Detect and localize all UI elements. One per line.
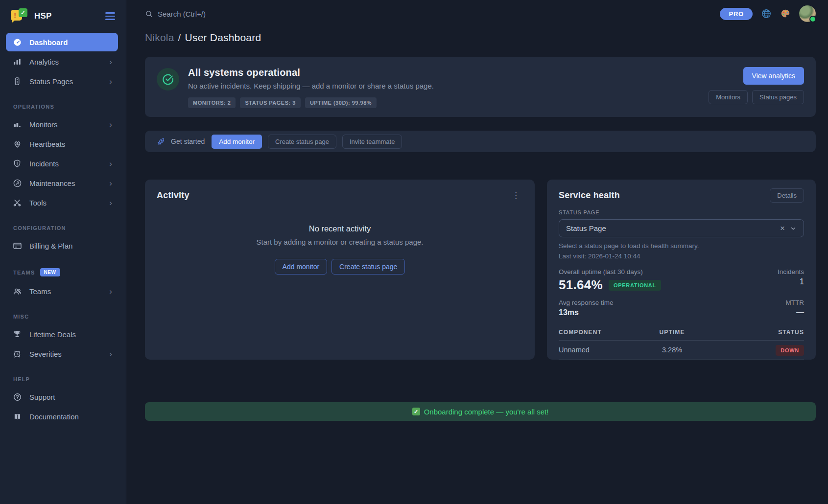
add-monitor-button[interactable]: Add monitor [275,259,327,275]
brand-name: HSP [34,11,52,21]
kebab-menu-icon[interactable] [509,189,523,202]
component-uptime: 3.28% [644,341,700,360]
sidebar-item-tools[interactable]: Tools [6,193,118,212]
get-started-label: Get started [171,137,205,145]
sidebar-item-label: Dashboard [29,38,68,46]
mttr-value: — [786,308,804,317]
sidebar: ! ✓ HSP Dashboard Analytics Status Pages… [0,0,126,504]
sidebar-item-label: Teams [29,287,51,296]
uptime-value: 51.64% [559,277,603,293]
sidebar-item-label: Status Pages [29,77,73,86]
trophy-icon [12,329,22,339]
sidebar-section-teams: TEAMS NEW [0,256,126,281]
select-helper-text: Select a status page to load its health … [559,242,804,250]
get-started-bar: Get started Add monitor Create status pa… [145,131,816,152]
invite-teammate-button[interactable]: Invite teammate [342,135,402,149]
sidebar-item-incidents[interactable]: Incidents [6,154,118,173]
sidebar-item-documentation[interactable]: Documentation [6,407,118,426]
status-page-select-label: STATUS PAGE [559,209,804,215]
bar-chart-icon [12,57,22,67]
empty-state-title: No recent activity [309,224,371,233]
people-icon [12,286,22,296]
details-button[interactable]: Details [770,188,804,203]
chevron-right-icon [109,179,112,187]
sidebar-section-configuration: CONFIGURATION [0,213,126,235]
service-health-title: Service health [559,190,620,201]
sidebar-item-lifetime-deals[interactable]: Lifetime Deals [6,325,118,344]
chevron-right-icon [109,199,112,207]
tools-icon [12,198,22,207]
sidebar-item-label: Support [29,393,55,401]
components-table: COMPONENT UPTIME STATUS Unnamed 3.28% DO… [559,324,804,360]
globe-icon[interactable] [761,8,772,19]
chevron-right-icon [109,160,112,168]
theme-palette-icon[interactable] [780,8,791,19]
last-visit-text: Last visit: 2026-01-24 10:44 [559,252,804,260]
sidebar-section-operations: OPERATIONS [0,92,126,114]
sidebar-item-label: Incidents [29,160,59,168]
column-header-uptime: UPTIME [644,324,700,341]
clear-selection-icon[interactable] [780,224,785,232]
check-circle-icon [157,68,179,91]
table-row: Unnamed 100.00% OPERATIONAL [559,360,804,360]
sidebar-section-misc: MISC [0,301,126,324]
activity-card: Activity No recent activity Start by add… [145,180,535,360]
sidebar-item-maintenances[interactable]: Maintenances [6,174,118,192]
topbar: Search (Ctrl+/) PRO [145,0,816,27]
component-name: Unnamed [559,360,644,360]
add-monitor-button[interactable]: Add monitor [212,135,262,149]
status-pages-button[interactable]: Status pages [752,90,804,104]
pro-plan-badge[interactable]: PRO [720,8,753,20]
incidents-label: Incidents [778,268,804,275]
alarm-clock-icon [12,349,22,359]
hamburger-menu-icon[interactable] [105,12,115,20]
sidebar-item-teams[interactable]: Teams [6,282,118,300]
breadcrumb: Nikola/User Dashboard [145,32,816,44]
sidebar-item-support[interactable]: Support [6,388,118,406]
sidebar-item-monitors[interactable]: Monitors [6,115,118,134]
avg-response-label: Avg response time [559,299,614,306]
activity-empty-state: No recent activity Start by adding a mon… [145,202,535,360]
mttr-label: MTTR [786,299,804,306]
uptime-label: Overall uptime (last 30 days) [559,268,661,275]
view-analytics-button[interactable]: View analytics [743,67,804,85]
hero-title: All systems operational [188,67,434,78]
heartbeat-icon [12,139,22,149]
traffic-light-icon [12,76,22,86]
sidebar-item-label: Tools [29,199,47,207]
sidebar-item-label: Maintenances [29,179,75,187]
monitors-button[interactable]: Monitors [709,90,748,104]
sidebar-item-severities[interactable]: Severities [6,344,118,363]
sidebar-item-label: Severities [29,350,62,358]
status-page-select[interactable]: Status Page [559,219,804,237]
sidebar-section-help: HELP [0,364,126,387]
component-uptime: 100.00% [644,360,700,360]
chevron-right-icon [109,77,112,86]
user-avatar[interactable] [799,5,816,22]
chevron-right-icon [109,350,112,358]
search-placeholder: Search (Ctrl+/) [158,10,206,18]
main-content: Search (Ctrl+/) PRO Nikola/User Dashboar… [126,0,828,504]
create-status-page-button[interactable]: Create status page [331,259,405,275]
chevron-right-icon [109,120,112,129]
shield-alert-icon [12,159,22,168]
sidebar-item-billing-plan[interactable]: Billing & Plan [6,236,118,255]
sidebar-item-heartbeats[interactable]: Heartbeats [6,135,118,153]
sidebar-item-status-pages[interactable]: Status Pages [6,72,118,91]
search-icon [145,10,153,18]
chevron-down-icon[interactable] [790,225,797,232]
component-name: Unnamed [559,341,644,360]
status-pages-count-badge: STATUS PAGES: 3 [240,97,300,108]
create-status-page-button[interactable]: Create status page [268,135,336,149]
credit-card-icon [12,241,22,251]
banner-text: Onboarding complete — you're all set! [424,408,549,416]
sidebar-item-label: Billing & Plan [29,242,72,250]
sidebar-item-analytics[interactable]: Analytics [6,52,118,71]
question-icon [12,392,22,402]
breadcrumb-parent[interactable]: Nikola [145,32,174,43]
sidebar-item-label: Heartbeats [29,140,65,148]
search-input[interactable]: Search (Ctrl+/) [145,10,206,18]
sidebar-item-dashboard[interactable]: Dashboard [6,33,118,51]
activity-title: Activity [157,190,189,201]
new-badge: NEW [40,268,60,276]
